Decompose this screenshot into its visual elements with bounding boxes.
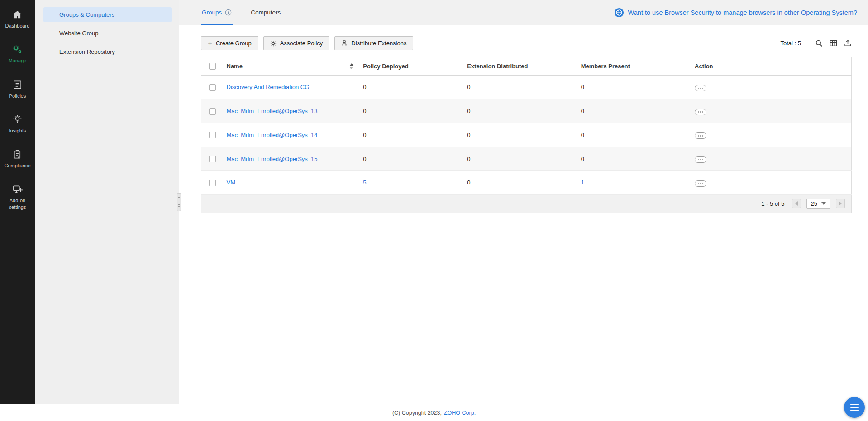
group-name-link[interactable]: Discovery And Remediation CG — [227, 84, 310, 90]
table-row: Mac_Mdm_Enrolled@OperSys_14 0 0 0 — [201, 123, 852, 147]
sidebar-item-compliance[interactable]: Compliance — [0, 143, 35, 175]
previous-page-button[interactable] — [792, 199, 801, 208]
row-actions-ellipsis-icon[interactable] — [695, 132, 706, 139]
divider — [808, 39, 808, 47]
policy-deployed-value: 0 — [358, 123, 463, 147]
sidebar-item-addon-settings[interactable]: Add-on settings — [0, 178, 35, 216]
content-area: + Create Group Associate Policy Distribu… — [179, 25, 868, 213]
group-name-link[interactable]: Mac_Mdm_Enrolled@OperSys_15 — [227, 156, 318, 162]
table-row: Discovery And Remediation CG 0 0 0 — [201, 76, 852, 99]
row-actions-ellipsis-icon[interactable] — [695, 180, 706, 187]
table-header-row: Name Policy Deployed Extension Distribut… — [201, 57, 852, 76]
group-name-link[interactable]: Mac_Mdm_Enrolled@OperSys_13 — [227, 108, 318, 114]
row-actions-ellipsis-icon[interactable] — [695, 85, 706, 91]
insights-bulb-icon — [12, 114, 23, 125]
table-row: VM 5 0 1 — [201, 171, 852, 195]
table-row: Mac_Mdm_Enrolled@OperSys_13 0 0 0 — [201, 99, 852, 123]
row-checkbox[interactable] — [209, 180, 216, 186]
row-checkbox[interactable] — [209, 132, 216, 138]
create-group-button[interactable]: + Create Group — [201, 36, 258, 50]
os-banner: Want to use Browser Security to manage b… — [614, 0, 857, 25]
row-actions-ellipsis-icon[interactable] — [695, 109, 706, 115]
chevron-down-icon — [821, 202, 826, 205]
panel-resizer[interactable] — [177, 193, 181, 211]
row-checkbox[interactable] — [209, 84, 216, 91]
toolbar: + Create Group Associate Policy Distribu… — [201, 36, 852, 50]
policy-deployed-value: 0 — [358, 147, 463, 171]
copyright-text: (C) Copyright 2023, — [392, 410, 442, 416]
tabs-bar: Groups Computers Want to use Browser Sec… — [179, 0, 868, 25]
members-present-link[interactable]: 1 — [581, 179, 584, 186]
addon-settings-icon — [12, 184, 23, 194]
policy-deployed-link[interactable]: 5 — [363, 179, 366, 186]
sidebar-item-policies[interactable]: Policies — [0, 74, 35, 105]
associate-policy-label: Associate Policy — [280, 40, 323, 47]
search-icon[interactable] — [815, 39, 823, 47]
submenu-item-label: Website Group — [59, 30, 98, 37]
gear-icon — [270, 40, 277, 47]
submenu-item-extension-repository[interactable]: Extension Repository — [43, 44, 172, 59]
column-header-name[interactable]: Name — [222, 57, 359, 76]
sort-icon[interactable] — [349, 63, 354, 69]
compliance-clipboard-icon — [12, 149, 23, 160]
os-banner-link[interactable]: Want to use Browser Security to manage b… — [628, 9, 857, 16]
pagination-range-label: 1 - 5 of 5 — [761, 200, 784, 207]
extension-distributed-value: 0 — [463, 147, 576, 171]
distribute-icon — [341, 40, 348, 47]
column-header-members-present: Members Present — [577, 57, 690, 76]
sidebar-item-dashboard[interactable]: Dashboard — [0, 4, 35, 35]
primary-sidebar: Dashboard Manage Policies Insights Compl… — [0, 0, 35, 404]
main-content: Groups Computers Want to use Browser Sec… — [179, 0, 868, 404]
column-header-action: Action — [690, 57, 851, 76]
members-present-value: 0 — [577, 123, 690, 147]
sidebar-item-label: Dashboard — [5, 23, 30, 29]
members-present-value: 0 — [577, 76, 690, 99]
secondary-sidebar: Groups & Computers Website Group Extensi… — [35, 0, 179, 404]
group-name-link[interactable]: Mac_Mdm_Enrolled@OperSys_14 — [227, 132, 318, 138]
zoho-corp-link[interactable]: ZOHO Corp. — [444, 410, 476, 416]
tab-groups[interactable]: Groups — [201, 0, 233, 25]
members-present-value: 0 — [577, 99, 690, 123]
submenu-item-groups-computers[interactable]: Groups & Computers — [43, 7, 172, 22]
create-group-label: Create Group — [216, 40, 252, 47]
distribute-extensions-button[interactable]: Distribute Extensions — [334, 36, 413, 50]
column-header-policy-deployed: Policy Deployed — [358, 57, 463, 76]
plus-icon: + — [208, 40, 212, 47]
group-name-link[interactable]: VM — [227, 179, 236, 186]
row-checkbox[interactable] — [209, 156, 216, 162]
row-actions-ellipsis-icon[interactable] — [695, 156, 706, 163]
submenu-item-label: Groups & Computers — [59, 11, 114, 18]
policy-deployed-value: 0 — [358, 99, 463, 123]
extension-distributed-value: 0 — [463, 171, 576, 195]
submenu-item-website-group[interactable]: Website Group — [43, 26, 172, 41]
globe-icon — [614, 8, 624, 18]
page-footer: (C) Copyright 2023, ZOHO Corp. — [0, 404, 868, 421]
tab-computers[interactable]: Computers — [250, 0, 281, 25]
associate-policy-button[interactable]: Associate Policy — [263, 36, 330, 50]
page-size-dropdown[interactable]: 25 — [806, 199, 830, 209]
info-icon[interactable] — [225, 9, 232, 16]
table-row: Mac_Mdm_Enrolled@OperSys_15 0 0 0 — [201, 147, 852, 171]
extension-distributed-value: 0 — [463, 99, 576, 123]
sidebar-item-manage[interactable]: Manage — [0, 38, 35, 70]
column-chooser-icon[interactable] — [830, 39, 837, 47]
policy-deployed-value: 0 — [358, 76, 463, 99]
sidebar-item-label: Compliance — [4, 162, 30, 169]
submenu-item-label: Extension Repository — [59, 48, 115, 55]
pagination-bar: 1 - 5 of 5 25 — [201, 195, 852, 213]
floating-menu-button[interactable] — [844, 397, 865, 418]
distribute-extensions-label: Distribute Extensions — [351, 40, 406, 47]
chevron-right-icon — [839, 201, 842, 206]
sidebar-item-label: Manage — [9, 57, 27, 64]
select-all-checkbox[interactable] — [209, 63, 216, 70]
members-present-value: 0 — [577, 147, 690, 171]
page-size-value: 25 — [811, 200, 817, 207]
row-checkbox[interactable] — [209, 108, 216, 115]
app-shell: Dashboard Manage Policies Insights Compl… — [0, 0, 868, 404]
manage-gears-icon — [12, 44, 23, 55]
next-page-button[interactable] — [836, 199, 845, 208]
sidebar-item-insights[interactable]: Insights — [0, 109, 35, 140]
total-count-label: Total : 5 — [780, 40, 801, 47]
chevron-left-icon — [795, 201, 798, 206]
export-icon[interactable] — [844, 39, 852, 47]
